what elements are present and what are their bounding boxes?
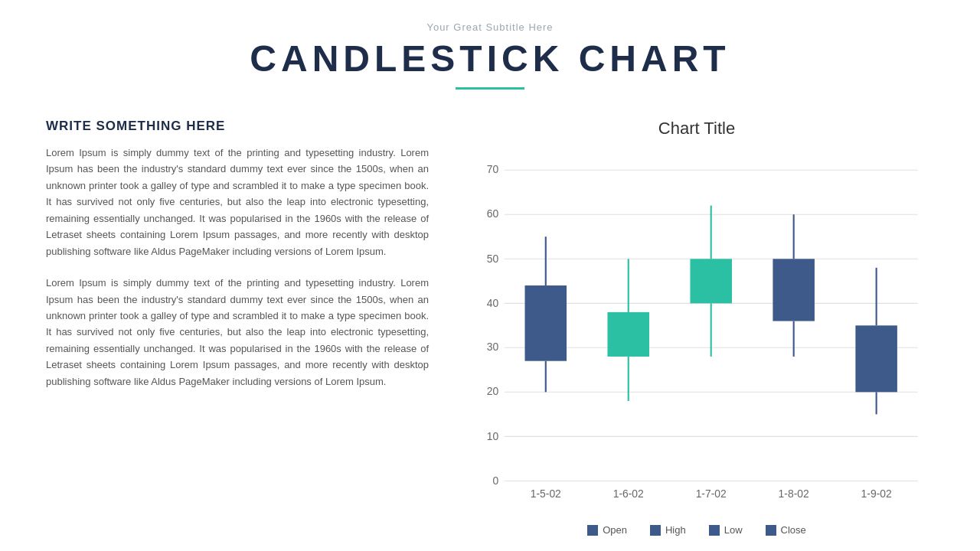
main-title: CANDLESTICK CHART — [46, 37, 934, 80]
legend-item-open: Open — [587, 524, 627, 536]
legend-close-icon — [766, 525, 776, 536]
legend-item-high: High — [650, 524, 686, 536]
section-heading: WRITE SOMETHING HERE — [46, 119, 429, 134]
title-underline — [456, 87, 524, 90]
legend-open-label: Open — [603, 524, 627, 536]
svg-text:1-9-02: 1-9-02 — [861, 487, 892, 500]
svg-text:0: 0 — [493, 474, 499, 487]
svg-text:30: 30 — [487, 341, 499, 353]
legend-item-close: Close — [766, 524, 806, 536]
svg-text:40: 40 — [487, 297, 499, 309]
candlestick-chart: 70 60 50 40 30 20 10 0 — [459, 146, 934, 521]
page: Your Great Subtitle Here CANDLESTICK CHA… — [0, 0, 980, 551]
svg-text:1-8-02: 1-8-02 — [779, 487, 809, 500]
svg-text:1-6-02: 1-6-02 — [613, 487, 644, 500]
svg-rect-18 — [525, 285, 567, 361]
left-panel: WRITE SOMETHING HERE Lorem Ipsum is simp… — [46, 119, 429, 551]
legend-low-icon — [709, 525, 720, 536]
right-panel: Chart Title 70 — [459, 119, 934, 551]
svg-text:50: 50 — [487, 253, 499, 265]
svg-rect-37 — [650, 525, 661, 536]
legend-high-label: High — [665, 524, 686, 536]
legend-close-label: Close — [781, 524, 806, 536]
svg-text:1-5-02: 1-5-02 — [531, 487, 561, 500]
chart-title: Chart Title — [459, 119, 934, 139]
svg-text:60: 60 — [487, 207, 499, 220]
svg-rect-21 — [607, 312, 649, 357]
legend-low-label: Low — [724, 524, 743, 536]
legend-high-icon — [650, 525, 661, 536]
svg-rect-38 — [709, 525, 720, 536]
legend-item-low: Low — [709, 524, 743, 536]
svg-rect-39 — [766, 525, 776, 536]
body-text-2: Lorem Ipsum is simply dummy text of the … — [46, 275, 429, 390]
svg-rect-27 — [773, 259, 815, 321]
svg-text:10: 10 — [487, 430, 499, 442]
svg-text:20: 20 — [487, 385, 499, 397]
svg-rect-36 — [587, 525, 598, 536]
body-text-1: Lorem Ipsum is simply dummy text of the … — [46, 145, 429, 259]
svg-text:1-7-02: 1-7-02 — [696, 487, 727, 500]
legend-open-icon — [587, 525, 598, 536]
subtitle: Your Great Subtitle Here — [46, 21, 934, 33]
svg-rect-30 — [855, 325, 897, 392]
chart-legend: Open High Low Close — [459, 524, 934, 536]
chart-area: 70 60 50 40 30 20 10 0 — [459, 146, 934, 521]
svg-rect-24 — [690, 259, 732, 303]
svg-text:70: 70 — [487, 163, 499, 175]
header: Your Great Subtitle Here CANDLESTICK CHA… — [46, 0, 934, 90]
content: WRITE SOMETHING HERE Lorem Ipsum is simp… — [46, 103, 934, 551]
